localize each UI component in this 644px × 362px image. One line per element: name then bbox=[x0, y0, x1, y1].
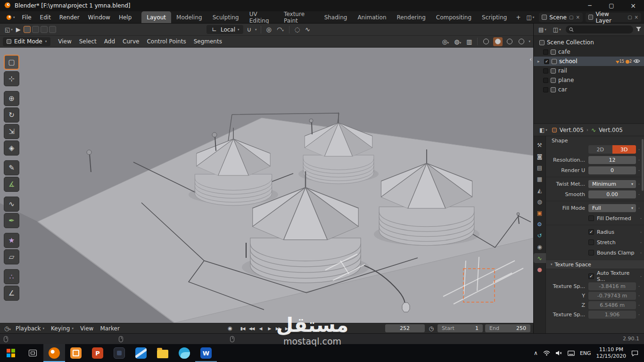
blender-app-menu[interactable]: ▾ bbox=[3, 14, 18, 20]
outliner-row-scene-collection[interactable]: Scene Collection bbox=[534, 38, 644, 47]
outliner-row-school[interactable]: ▸ school 15 2 bbox=[534, 57, 644, 66]
texture-size-field[interactable]: 1.906 bbox=[588, 311, 636, 319]
eye-icon[interactable] bbox=[633, 58, 640, 65]
tab-scene[interactable]: ◭ bbox=[534, 185, 545, 195]
show-gizmo-icon[interactable]: ◎▾ bbox=[440, 38, 450, 45]
workspace-tab-layout[interactable]: Layout bbox=[141, 11, 171, 23]
select-mode-lasso-button[interactable] bbox=[49, 26, 56, 33]
minimize-button[interactable]: ─ bbox=[579, 0, 601, 11]
collection-checkbox[interactable] bbox=[543, 87, 548, 92]
select-mode-circle-button[interactable] bbox=[41, 26, 48, 33]
shading-dropdown[interactable]: ▾ bbox=[528, 40, 530, 43]
taskbar-clock[interactable]: 11:10 PM 12/15/2020 bbox=[596, 346, 626, 360]
menu-help[interactable]: Help bbox=[115, 11, 136, 23]
timeline-menu-marker[interactable]: Marker bbox=[97, 325, 123, 332]
workspace-tab-shading[interactable]: Shading bbox=[319, 11, 353, 23]
menu-select[interactable]: Select bbox=[75, 38, 100, 45]
texture-space-section-header[interactable]: ▾ Texture Space bbox=[546, 260, 644, 269]
timeline-editor-icon[interactable]: ◷▾ bbox=[3, 325, 12, 332]
auto-keyframe-button[interactable]: ◉ bbox=[225, 324, 234, 332]
tool-select-box-button[interactable]: ▢ bbox=[4, 55, 19, 70]
current-frame-field[interactable]: 252 bbox=[385, 324, 425, 332]
tool-annotate-button[interactable]: ✎ bbox=[4, 160, 19, 175]
menu-render[interactable]: Render bbox=[55, 11, 84, 23]
orientation-dropdown[interactable]: ∟ Local ▾ bbox=[206, 25, 243, 34]
taskbar-app-browser[interactable] bbox=[173, 344, 195, 362]
sidebar-collapse-arrow[interactable]: ‹ bbox=[529, 56, 532, 63]
tool-extrude-button[interactable]: ★ bbox=[4, 233, 19, 248]
curve-options-icon[interactable]: ∿ bbox=[304, 26, 312, 33]
touch-keyboard-icon[interactable] bbox=[568, 351, 575, 356]
scene-selector[interactable]: Scene ▢ × bbox=[539, 13, 582, 22]
breadcrumb-data-name[interactable]: Vert.005 bbox=[599, 127, 623, 133]
xray-toggle-icon[interactable]: ▥ bbox=[465, 38, 473, 45]
texture-location-y-field[interactable]: -0.79743 m bbox=[588, 292, 636, 300]
taskbar-app-powerpoint[interactable]: P bbox=[87, 344, 108, 362]
jump-to-start-button[interactable]: ▮◀ bbox=[238, 324, 247, 332]
tool-shear-button[interactable]: ▱ bbox=[4, 249, 19, 264]
tab-render[interactable]: ◙ bbox=[534, 151, 545, 161]
select-mode-box-button[interactable] bbox=[32, 26, 39, 33]
remove-view-layer-icon[interactable]: × bbox=[635, 15, 638, 20]
workspace-tab-modeling[interactable]: Modeling bbox=[171, 11, 207, 23]
frame-end-field[interactable]: End250 bbox=[485, 324, 530, 332]
outliner-row-plane[interactable]: plane bbox=[534, 75, 644, 85]
keying-dropdown[interactable]: Keying▾ bbox=[48, 325, 77, 332]
outliner-row-cafe[interactable]: cafe bbox=[534, 47, 644, 57]
playback-dropdown[interactable]: Playback▾ bbox=[12, 325, 48, 332]
workspace-tab-scripting[interactable]: Scripting bbox=[477, 11, 512, 23]
resolution-field[interactable]: 12 bbox=[588, 156, 636, 164]
use-preview-range-icon[interactable]: ◷ bbox=[428, 325, 435, 332]
tab-modifiers[interactable]: ⚙ bbox=[534, 219, 545, 229]
shading-material-button[interactable] bbox=[505, 37, 514, 46]
new-view-layer-icon[interactable]: ▢ bbox=[627, 15, 632, 20]
outliner-row-car[interactable]: car bbox=[534, 85, 644, 94]
tool-draw-button[interactable]: ∿ bbox=[4, 197, 19, 212]
filter-icon[interactable] bbox=[636, 26, 641, 33]
radius-checkbox[interactable] bbox=[588, 229, 594, 235]
workspace-tab-uv-editing[interactable]: UV Editing bbox=[244, 11, 279, 23]
expand-arrow-icon[interactable]: ▸ bbox=[537, 59, 542, 64]
taskbar-app-orange[interactable] bbox=[65, 344, 87, 362]
menu-segments[interactable]: Segments bbox=[190, 38, 226, 45]
menu-file[interactable]: File bbox=[18, 11, 36, 23]
tool-measure-button[interactable]: ∡ bbox=[4, 177, 19, 192]
tool-randomize-button[interactable]: ∴ bbox=[4, 269, 19, 284]
tool-cursor-button[interactable]: ⊹ bbox=[4, 71, 19, 86]
start-button[interactable] bbox=[0, 344, 22, 362]
menu-view[interactable]: View bbox=[54, 38, 75, 45]
dimension-2d-button[interactable]: 2D bbox=[588, 145, 612, 154]
outliner-row-rail[interactable]: rail bbox=[534, 66, 644, 75]
menu-curve[interactable]: Curve bbox=[119, 38, 143, 45]
tab-material[interactable]: ● bbox=[534, 264, 545, 274]
workspace-tab-compositing[interactable]: Compositing bbox=[431, 11, 477, 23]
tray-chevron-up-icon[interactable]: ∧ bbox=[534, 350, 538, 356]
outliner-search-input[interactable] bbox=[566, 25, 633, 33]
taskbar-app-dark[interactable] bbox=[108, 344, 130, 362]
falloff-curve-icon[interactable]: ◠▾ bbox=[275, 26, 285, 33]
workspace-tab-rendering[interactable]: Rendering bbox=[392, 11, 431, 23]
overlays-icon[interactable]: ◍▾ bbox=[453, 38, 462, 45]
texture-location-z-field[interactable]: 6.5486 m bbox=[588, 301, 636, 309]
snap-magnet-icon[interactable]: ∪ bbox=[246, 26, 253, 33]
twist-method-dropdown[interactable]: Minimum bbox=[588, 180, 636, 188]
menu-add[interactable]: Add bbox=[100, 38, 119, 45]
tab-output[interactable]: ▤ bbox=[534, 163, 545, 173]
play-button[interactable]: ▶ bbox=[265, 324, 274, 332]
proportional-edit-icon[interactable]: ◎ bbox=[265, 26, 273, 33]
fill-deformed-checkbox[interactable] bbox=[588, 215, 594, 221]
collection-checkbox[interactable] bbox=[543, 68, 548, 74]
outliner-editor-icon[interactable]: ▤▾ bbox=[537, 26, 548, 33]
view-layer-selector[interactable]: View Layer ▢ × bbox=[586, 13, 641, 22]
jump-to-end-button[interactable]: ▶▮ bbox=[283, 324, 292, 332]
play-reverse-button[interactable]: ◀ bbox=[256, 324, 265, 332]
taskbar-app-blender[interactable] bbox=[43, 344, 65, 362]
language-indicator[interactable]: ENG bbox=[580, 350, 591, 356]
add-workspace-button[interactable]: + bbox=[512, 14, 524, 21]
maximize-button[interactable]: ▢ bbox=[601, 0, 622, 11]
menu-control-points[interactable]: Control Points bbox=[143, 38, 190, 45]
shading-wireframe-button[interactable] bbox=[481, 37, 491, 46]
collection-checkbox[interactable] bbox=[544, 59, 549, 64]
stretch-checkbox[interactable] bbox=[588, 239, 594, 245]
menu-edit[interactable]: Edit bbox=[36, 11, 55, 23]
